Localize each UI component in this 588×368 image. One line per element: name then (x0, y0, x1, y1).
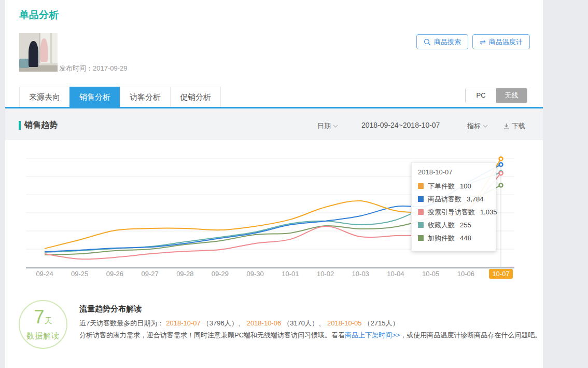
series-endpoint-1 (499, 163, 503, 167)
insight-date: 2018-10-05 (325, 319, 364, 327)
tooltip-metric-value: 1,035 (480, 208, 497, 216)
legend-swatch (418, 222, 424, 228)
section-title: 销售趋势 (24, 120, 58, 131)
product-image-person-dark (29, 41, 38, 67)
tooltip-metric-label: 收藏人数 (428, 221, 455, 230)
tooltip-row: 收藏人数255 (418, 219, 489, 231)
x-axis-label-10-03: 10-03 (345, 270, 375, 278)
x-axis-label-09-29: 09-29 (205, 270, 235, 278)
tooltip-metric-label: 商品访客数 (428, 195, 461, 204)
page-title: 单品分析 (19, 8, 59, 22)
chart-tooltip: 2018-10-07 下单件数100商品访客数3,784搜索引导访客数1,035… (411, 162, 496, 251)
publish-time: 发布时间：2017-09-29 (59, 64, 128, 73)
product-image-sofa (19, 59, 29, 68)
product-image-person-pink (40, 38, 48, 62)
series-endpoint-0 (499, 157, 503, 160)
chevron-down-icon (333, 125, 338, 128)
legend-swatch (418, 196, 424, 202)
x-axis-label-10-02: 10-02 (311, 270, 341, 278)
tooltip-metric-value: 448 (460, 234, 471, 242)
swap-arrows-icon: ⇌ (480, 38, 486, 46)
series-endpoint-2 (499, 171, 503, 175)
product-search-button[interactable]: 商品搜索 (416, 34, 468, 49)
download-label: 下载 (512, 121, 525, 131)
x-axis-label-09-24: 09-24 (30, 270, 60, 278)
series-endpoint-4 (499, 183, 503, 187)
insight-date: 2018-10-07 (164, 319, 203, 327)
x-axis-label-10-06: 10-06 (451, 270, 481, 278)
x-axis-label-10-04: 10-04 (381, 270, 411, 278)
date-dropdown[interactable]: 日期 (317, 121, 338, 131)
insight-text: （3796人）、 (203, 319, 245, 327)
tab-sales[interactable]: 销售分析 (69, 87, 120, 107)
seven-day-badge-caption: 数据解读 (26, 331, 60, 341)
seven-day-badge: 7天 数据解读 (19, 300, 67, 349)
product-image (19, 33, 58, 72)
insight-line-2: 分析访客的潜力需求，迎合访客需求！同时注意兼顾PC端和无线端访客访问习惯哦。看看… (79, 330, 541, 340)
tooltip-row: 加购件数448 (418, 231, 489, 244)
legend-swatch (418, 183, 424, 189)
insight-heading: 流量趋势分布解读 (79, 304, 142, 314)
product-thermometer-label: 商品温度计 (489, 37, 523, 47)
tooltip-rows: 下单件数100商品访客数3,784搜索引导访客数1,035收藏人数255加购件数… (418, 180, 489, 244)
tooltip-row: 下单件数100 (418, 180, 489, 193)
x-axis-label-09-28: 09-28 (170, 270, 200, 278)
x-axis-label-09-27: 09-27 (135, 270, 165, 278)
insight-date: 2018-10-06 (245, 319, 284, 327)
tooltip-metric-label: 加购件数 (428, 234, 455, 243)
listing-time-link[interactable]: 商品上下架时间>> (345, 331, 400, 339)
product-image-window-frame (50, 33, 52, 63)
insight-text: （3170人）、 (283, 319, 325, 327)
device-toggle: PC无线 (465, 88, 527, 103)
product-search-label: 商品搜索 (434, 37, 461, 47)
section-title-marker (19, 121, 21, 130)
date-range-value[interactable]: 2018-09-24~2018-10-07 (361, 121, 440, 129)
metric-dropdown-label: 指标 (467, 121, 481, 131)
search-icon (424, 38, 431, 46)
tooltip-metric-label: 下单件数 (428, 182, 455, 191)
tooltip-row: 搜索引导访客数1,035 (418, 206, 489, 219)
tooltip-metric-value: 100 (460, 182, 471, 190)
download-button[interactable]: 下载 (503, 121, 525, 131)
metric-dropdown[interactable]: 指标 (467, 121, 488, 131)
legend-swatch (418, 235, 424, 241)
seven-day-badge-number: 7天 (34, 308, 52, 330)
page-root: 单品分析 发布时间：2017-09-29 商品搜索 ⇌ 商品温度计 来源去向销售… (0, 0, 588, 368)
insight-line-1: 近7天访客数最多的日期为：2018-10-07（3796人）、2018-10-0… (79, 318, 399, 328)
insight-text: 分析访客的潜力需求，迎合访客需求！同时注意兼顾PC端和无线端访客访问习惯哦。看看 (79, 331, 345, 339)
insight-text: （2715人） (364, 319, 399, 327)
tooltip-row: 商品访客数3,784 (418, 193, 489, 206)
download-icon (503, 123, 510, 130)
section-header (5, 108, 543, 140)
date-dropdown-label: 日期 (317, 121, 331, 131)
x-axis-label-09-30: 09-30 (240, 270, 270, 278)
product-thermometer-button[interactable]: ⇌ 商品温度计 (472, 34, 530, 49)
x-axis-label-10-07: 10-07 (486, 270, 516, 278)
tooltip-metric-value: 255 (460, 221, 471, 229)
insight-text: ，或使用商品温度计诊断商品存在什么问题吧。 (400, 331, 541, 339)
device-toggle-wireless[interactable]: 无线 (496, 88, 527, 103)
tab-bar: 来源去向销售分析访客分析促销分析 (19, 87, 220, 107)
tooltip-date: 2018-10-07 (418, 168, 489, 176)
device-toggle-pc[interactable]: PC (466, 88, 496, 103)
x-axis-label-10-05: 10-05 (416, 270, 446, 278)
tab-sources[interactable]: 来源去向 (19, 87, 70, 107)
x-axis-label-09-26: 09-26 (100, 270, 130, 278)
tooltip-metric-label: 搜索引导访客数 (428, 208, 475, 217)
x-axis-label-09-25: 09-25 (65, 270, 95, 278)
tooltip-metric-value: 3,784 (467, 195, 484, 203)
tab-promotion[interactable]: 促销分析 (170, 87, 221, 107)
legend-swatch (418, 209, 424, 215)
tab-visitors[interactable]: 访客分析 (120, 87, 171, 107)
x-axis-label-10-01: 10-01 (275, 270, 305, 278)
chevron-down-icon (483, 125, 488, 128)
insight-text: 近7天访客数最多的日期为： (79, 319, 164, 327)
